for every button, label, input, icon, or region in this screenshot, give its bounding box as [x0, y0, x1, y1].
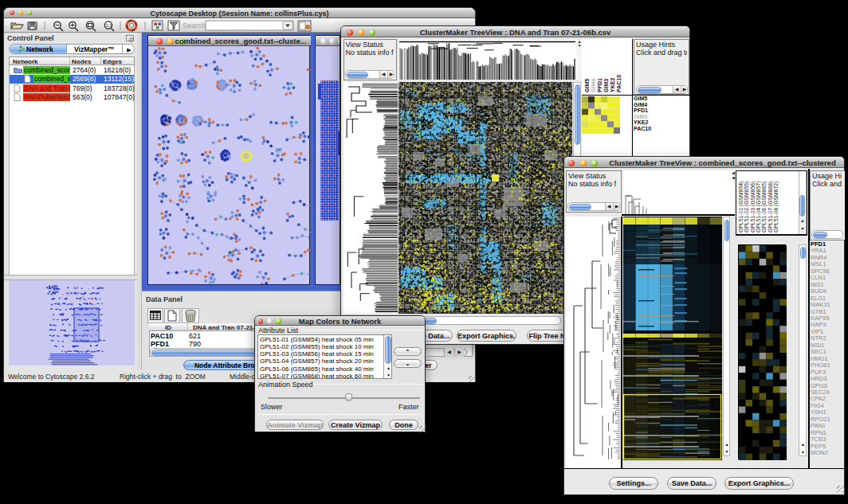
svg-text:GIM3: GIM3 [603, 79, 609, 92]
svg-text:Search:: Search: [183, 21, 207, 29]
svg-text:GIM4: GIM4 [591, 79, 596, 92]
svg-text:PAC10: PAC10 [616, 75, 622, 92]
svg-text:1:1: 1:1 [106, 23, 112, 28]
svg-text:GPL51-08 (GSM872): GPL51-08 (GSM872) [773, 182, 779, 232]
svg-text:GIM5: GIM5 [584, 79, 590, 92]
svg-text:PFD1: PFD1 [597, 78, 603, 92]
svg-text:YKE2: YKE2 [610, 78, 615, 92]
